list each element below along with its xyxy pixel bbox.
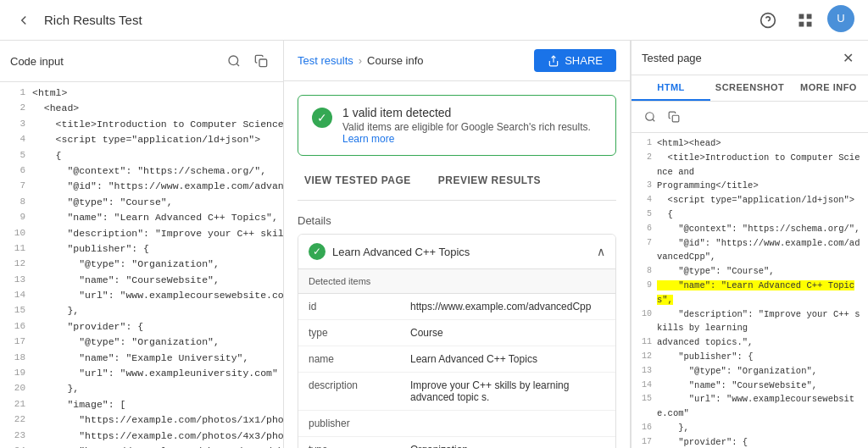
help-button[interactable] — [753, 5, 783, 36]
tested-line-code: "@type": "Organization", — [657, 364, 817, 379]
results-header: Test results › Course info SHARE — [284, 41, 630, 81]
tested-line-number: 16 — [638, 421, 652, 435]
code-panel: Code input 1<html>2 <head>3 <title>Intro… — [0, 41, 284, 448]
field-name: publisher — [298, 411, 400, 437]
main-layout: Code input 1<html>2 <head>3 <title>Intro… — [0, 41, 868, 448]
code-line: 3 <title>Introduction to Computer Scienc… — [0, 117, 283, 132]
line-number: 8 — [10, 195, 25, 210]
tab-html[interactable]: HTML — [632, 75, 710, 101]
tested-panel: Tested page ✕ HTML SCREENSHOT MORE INFO … — [631, 41, 868, 448]
tested-panel-close-button[interactable]: ✕ — [837, 47, 858, 68]
tested-line-code: <script type="application/ld+json"> — [657, 193, 854, 207]
topbar-icons: U — [753, 5, 854, 36]
line-number: 3 — [10, 117, 25, 132]
code-panel-title: Code input — [10, 55, 64, 68]
line-number: 21 — [10, 397, 25, 412]
details-title: Details — [298, 214, 616, 227]
tab-more-info[interactable]: MORE INFO — [789, 75, 868, 101]
tested-line-number: 13 — [638, 364, 652, 379]
field-value: Improve your C++ skills by learning adva… — [400, 373, 615, 411]
detected-card: ✓ Learn Advanced C++ Topics ∧ Detected i… — [298, 234, 616, 448]
line-number: 23 — [10, 429, 25, 444]
code-line: 5 { — [0, 148, 283, 163]
table-row: typeCourse — [298, 320, 615, 346]
share-button[interactable]: SHARE — [534, 49, 616, 72]
table-row: typeOrganization — [298, 437, 615, 449]
line-number: 2 — [10, 101, 25, 116]
tested-line-code: { — [657, 207, 673, 222]
code-line: 9 "name": "Learn Advanced C++ Topics", — [0, 210, 283, 225]
detected-item-title: Learn Advanced C++ Topics — [332, 246, 590, 258]
view-tested-button[interactable]: VIEW TESTED PAGE — [298, 169, 418, 193]
field-name: id — [298, 294, 400, 320]
line-number: 4 — [10, 132, 25, 147]
code-line: 23 "https://example.com/photos/4x3/photo… — [0, 429, 283, 444]
line-code: "@type": "Organization", — [32, 257, 220, 272]
col-field: Detected items — [298, 269, 400, 294]
tested-code-line: 15 "url": "www.examplecoursewebsite.com" — [632, 392, 868, 421]
tested-html-actions — [640, 107, 684, 127]
breadcrumb-test-results[interactable]: Test results — [298, 54, 353, 67]
tested-line-number: 5 — [638, 207, 652, 222]
line-number: 13 — [10, 273, 25, 288]
line-number: 12 — [10, 257, 25, 272]
tested-line-code: "provider": { — [657, 435, 748, 448]
breadcrumb-separator: › — [359, 54, 362, 67]
tested-code-line: 1<html><head> — [632, 136, 868, 151]
tested-panel-title: Tested page — [642, 52, 702, 64]
field-value: Learn Advanced C++ Topics — [400, 346, 615, 373]
tab-screenshot[interactable]: SCREENSHOT — [710, 75, 789, 101]
code-line: 21 "image": [ — [0, 397, 283, 412]
line-number: 24 — [10, 444, 25, 448]
detected-header[interactable]: ✓ Learn Advanced C++ Topics ∧ — [298, 235, 615, 269]
line-code: "description": "Improve your C++ skills … — [32, 226, 283, 241]
line-number: 15 — [10, 303, 25, 318]
tested-line-number: 9 — [638, 279, 652, 307]
tested-search-button[interactable] — [640, 107, 660, 127]
line-code: "name": "CourseWebsite", — [32, 273, 220, 288]
preview-results-button[interactable]: PREVIEW RESULTS — [431, 169, 548, 193]
table-row: idhttps://www.example.com/advancedCpp — [298, 294, 615, 320]
valid-text-container: 1 valid item detected Valid items are el… — [342, 106, 602, 145]
tested-line-code: "description": "Improve your C++ skills … — [657, 307, 861, 336]
line-code: "url": "www.exampleuniversity.com" — [32, 366, 278, 381]
code-line: 15 }, — [0, 303, 283, 318]
line-number: 6 — [10, 163, 25, 179]
detected-check-icon: ✓ — [309, 243, 326, 260]
code-search-button[interactable] — [222, 49, 246, 73]
code-line: 16 "provider": { — [0, 319, 283, 335]
tested-line-code: <title>Introduction to Computer Science … — [657, 151, 861, 180]
avatar[interactable]: U — [827, 5, 854, 32]
tested-code-line: 9 "name": "Learn Advanced C++ Topics", — [632, 279, 868, 307]
code-panel-actions — [222, 49, 273, 73]
topbar: Rich Results Test U — [0, 0, 868, 41]
svg-rect-12 — [672, 115, 679, 122]
line-number: 9 — [10, 210, 25, 225]
svg-rect-4 — [799, 21, 804, 26]
tested-line-number: 3 — [638, 179, 652, 193]
code-line: 8 "@type": "Course", — [0, 195, 283, 210]
code-line: 18 "name": "Example University", — [0, 351, 283, 366]
line-number: 14 — [10, 288, 25, 303]
line-number: 5 — [10, 148, 25, 163]
line-number: 20 — [10, 381, 25, 396]
tested-code-line: 3Programming</title> — [632, 179, 868, 193]
grid-button[interactable] — [790, 5, 821, 36]
tested-copy-button[interactable] — [664, 107, 684, 127]
learn-more-link[interactable]: Learn more — [342, 133, 394, 145]
code-copy-button[interactable] — [249, 49, 273, 73]
tested-code: 1<html><head>2 <title>Introduction to Co… — [632, 133, 868, 448]
app-title: Rich Results Test — [44, 13, 142, 27]
field-name: type — [298, 437, 400, 449]
tested-line-code: "publisher": { — [657, 350, 753, 364]
results-panel: Test results › Course info SHARE ✓ 1 val… — [284, 41, 631, 448]
tested-line-code: "name": "Learn Advanced C++ Topics", — [657, 279, 861, 307]
line-code: "@type": "Course", — [32, 195, 173, 210]
line-code: { — [32, 148, 62, 163]
table-row: descriptionImprove your C++ skills by le… — [298, 373, 615, 411]
back-button[interactable] — [14, 10, 34, 30]
line-code: "name": "Learn Advanced C++ Topics", — [32, 210, 278, 225]
code-line: 20 }, — [0, 381, 283, 396]
code-line: 4 <script type="application/ld+json"> — [0, 132, 283, 147]
line-code: "@id": "https://www.example.com/advanced… — [32, 179, 283, 194]
